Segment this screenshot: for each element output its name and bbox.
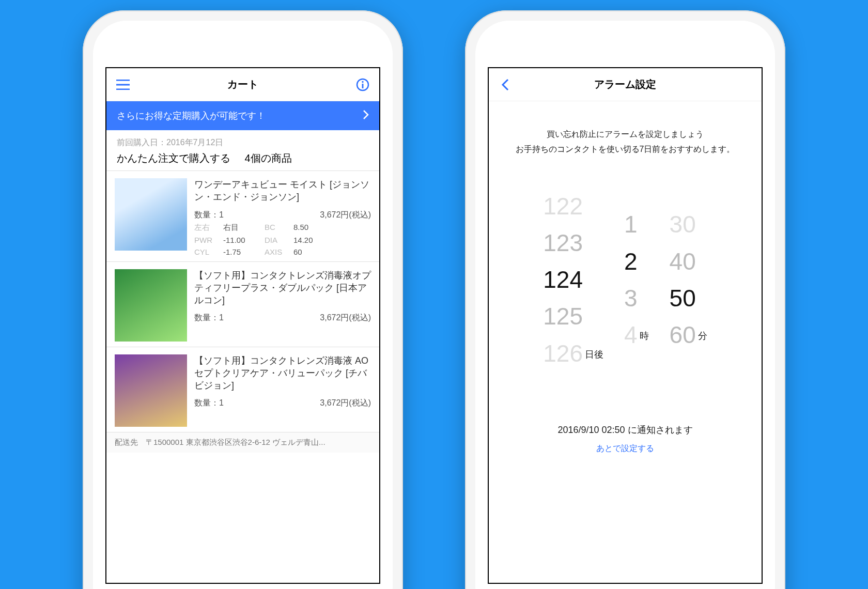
previous-purchase-date: 前回購入日：2016年7月12日 (117, 137, 369, 148)
product-name: 【ソフト用】コンタクトレンズ消毒液 AOセプトクリアケア・バリューパック [チバ… (194, 354, 371, 392)
alarm-msg-line2: お手持ちのコンタクトを使い切る7日前をおすすめします。 (501, 142, 749, 157)
qty-label: 数量：1 (194, 313, 224, 323)
svg-point-1 (362, 81, 363, 82)
price: 3,672円(税込) (320, 398, 371, 409)
cart-title: カート (227, 78, 258, 91)
product-name: ワンデーアキュビュー モイスト [ジョンソン・エンド・ジョンソン] (194, 178, 371, 204)
back-icon[interactable] (498, 78, 513, 92)
later-link[interactable]: あとで設定する (489, 443, 762, 454)
info-icon[interactable] (355, 78, 370, 92)
alarm-message: 買い忘れ防止にアラームを設定しましょう お手持ちのコンタクトを使い切る7日前をお… (489, 101, 762, 173)
cart-navbar: カート (106, 68, 379, 101)
shipping-address: 配送先 〒1500001 東京都渋谷区渋谷2-6-12 ヴェルデ青山... (106, 432, 379, 453)
days-unit: 日後 (585, 348, 603, 361)
alarm-msg-line1: 買い忘れ防止にアラームを設定しましょう (501, 127, 749, 142)
hours-wheel[interactable]: 1 2 3 4 (624, 206, 638, 353)
svg-rect-2 (362, 84, 364, 88)
alarm-pickers[interactable]: 122 123 124 125 126 日後 1 2 3 4 (489, 173, 762, 393)
product-thumbnail (115, 354, 187, 427)
subscription-banner[interactable]: さらにお得な定期購入が可能です！ (106, 101, 379, 130)
qty-label: 数量：1 (194, 210, 224, 221)
alarm-navbar: アラーム設定 (489, 68, 762, 101)
qty-label: 数量：1 (194, 398, 224, 409)
cart-item[interactable]: ワンデーアキュビュー モイスト [ジョンソン・エンド・ジョンソン] 数量：1 3… (106, 171, 379, 261)
phone-alarm: アラーム設定 買い忘れ防止にアラームを設定しましょう お手持ちのコンタクトを使い… (465, 10, 785, 589)
alarm-screen: アラーム設定 買い忘れ防止にアラームを設定しましょう お手持ちのコンタクトを使い… (488, 67, 763, 584)
cart-item[interactable]: 【ソフト用】コンタクトレンズ消毒液 AOセプトクリアケア・バリューパック [チバ… (106, 347, 379, 432)
summary-count: 4個の商品 (245, 151, 292, 165)
price: 3,672円(税込) (320, 210, 371, 221)
cart-item[interactable]: 【ソフト用】コンタクトレンズ消毒液オプティフリープラス・ダブルパック [日本アル… (106, 261, 379, 347)
phone-cart: カート さらにお得な定期購入が可能です！ 前回購入日：2016年7月12日 かん… (83, 10, 403, 589)
mins-wheel[interactable]: 30 40 50 60 (670, 206, 696, 353)
chevron-right-icon (363, 110, 369, 122)
cart-meta: 前回購入日：2016年7月12日 かんたん注文で購入する 4個の商品 (106, 130, 379, 171)
hours-unit: 時 (640, 330, 649, 342)
lens-specs: 左右 右目 BC 8.50 PWR -11.00 DIA 14.20 CYL -… (194, 223, 371, 256)
cart-screen: カート さらにお得な定期購入が可能です！ 前回購入日：2016年7月12日 かん… (105, 67, 380, 584)
banner-text: さらにお得な定期購入が可能です！ (117, 110, 266, 122)
alarm-title: アラーム設定 (594, 78, 656, 91)
cart-summary: かんたん注文で購入する 4個の商品 (117, 151, 369, 165)
product-name: 【ソフト用】コンタクトレンズ消毒液オプティフリープラス・ダブルパック [日本アル… (194, 269, 371, 307)
mins-unit: 分 (698, 330, 707, 342)
product-thumbnail (115, 269, 187, 342)
menu-icon[interactable] (116, 78, 130, 92)
days-wheel[interactable]: 122 123 124 125 126 (543, 188, 583, 372)
price: 3,672円(税込) (320, 313, 371, 323)
product-thumbnail (115, 178, 187, 251)
summary-lead: かんたん注文で購入する (117, 152, 230, 164)
notify-text: 2016/9/10 02:50 に通知されます (489, 424, 762, 436)
